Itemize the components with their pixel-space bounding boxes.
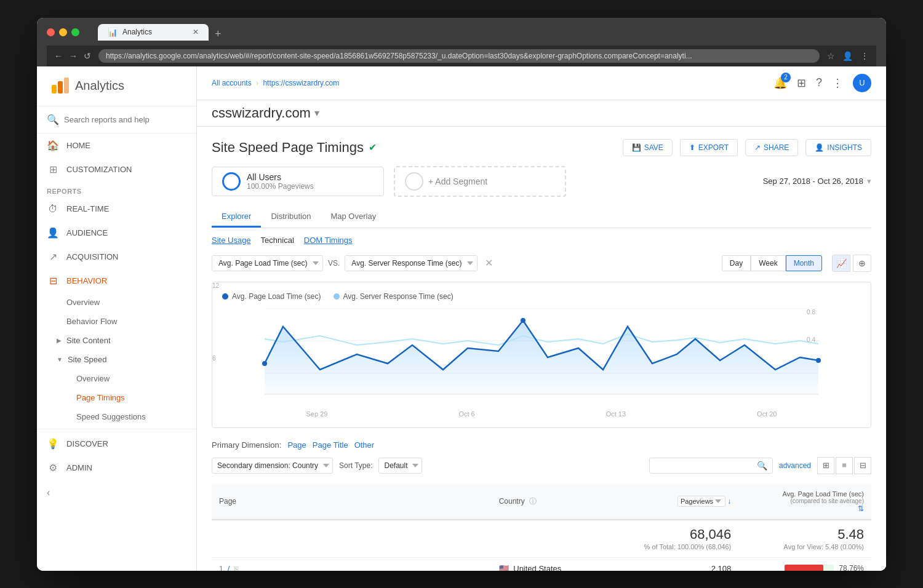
sidebar-sub-overview[interactable]: Overview: [37, 293, 196, 312]
sidebar: Analytics 🔍 🏠 HOME ⊞ CUSTOMIZATION Repor…: [37, 66, 197, 571]
ga-logo-icon: [49, 76, 69, 96]
secondary-dimension-select[interactable]: Secondary dimension: Country: [212, 458, 333, 474]
search-icon: 🔍: [47, 114, 59, 125]
admin-icon: ⚙: [47, 462, 59, 474]
sub-item-label: Page Timings: [76, 393, 125, 402]
sidebar-item-realtime[interactable]: ⏱ REAL-TIME: [37, 197, 196, 221]
tab-favicon-icon: 📊: [108, 28, 118, 37]
user-profile-icon[interactable]: 👤: [842, 51, 853, 61]
month-button[interactable]: Month: [786, 255, 822, 271]
chart-type-buttons: 📈 ⊕: [832, 255, 871, 272]
advanced-link[interactable]: advanced: [779, 461, 811, 470]
active-tab[interactable]: 📊 Analytics ✕: [98, 24, 209, 41]
user-avatar[interactable]: U: [853, 74, 871, 92]
remove-metric-icon[interactable]: ✕: [485, 257, 493, 269]
new-tab-button[interactable]: +: [210, 28, 226, 41]
svg-rect-0: [52, 85, 57, 93]
close-button[interactable]: [47, 28, 55, 36]
traffic-lights: [47, 28, 79, 36]
pageviews-metric-select[interactable]: Pageviews: [677, 496, 725, 507]
dimension-other-link[interactable]: Other: [354, 440, 375, 450]
date-range-selector[interactable]: Sep 27, 2018 - Oct 26, 2018 ▾: [763, 177, 871, 186]
x-label-0: Sep 29: [306, 410, 328, 418]
bar-cell: 78.76%: [738, 557, 871, 571]
sidebar-sub-speed-overview[interactable]: Overview: [37, 369, 196, 388]
save-button[interactable]: 💾 SAVE: [623, 139, 673, 156]
realtime-icon: ⏱: [47, 204, 59, 215]
table-list-view-button[interactable]: ≡: [836, 457, 853, 474]
week-button[interactable]: Week: [751, 255, 785, 271]
sidebar-item-acquisition[interactable]: ↗ ACQUISITION: [37, 245, 196, 269]
export-button[interactable]: ⬆ EXPORT: [680, 139, 738, 156]
more-options-button[interactable]: ⋮: [832, 76, 843, 90]
sort-type-select[interactable]: Default: [378, 458, 422, 474]
tab-map-overlay[interactable]: Map Overlay: [321, 207, 386, 228]
pie-chart-button[interactable]: ⊕: [853, 255, 871, 272]
sidebar-expandable-site-content[interactable]: ▶ Site Content: [37, 331, 196, 350]
tab-close-icon[interactable]: ✕: [193, 28, 199, 36]
sidebar-item-label: ADMIN: [66, 463, 92, 472]
add-segment-circle-icon: [405, 172, 423, 191]
sidebar-item-behavior[interactable]: ⊟ BEHAVIOR: [37, 269, 196, 293]
sort-pageviews-icon[interactable]: ↓: [727, 497, 731, 506]
property-dropdown-icon[interactable]: ▾: [314, 107, 319, 119]
property-bar: csswizardry.com ▾: [197, 100, 886, 127]
table-search-input[interactable]: [655, 461, 753, 470]
breadcrumb-all-accounts[interactable]: All accounts: [212, 79, 252, 87]
secondary-metric-select[interactable]: Avg. Server Response Time (sec): [345, 255, 477, 271]
forward-button[interactable]: →: [69, 51, 78, 61]
sidebar-sub-page-timings[interactable]: Page Timings: [37, 388, 196, 407]
sub-item-label: Overview: [66, 298, 100, 307]
sidebar-item-customization[interactable]: ⊞ CUSTOMIZATION: [37, 157, 196, 181]
sidebar-item-admin[interactable]: ⚙ ADMIN: [37, 456, 196, 480]
report-actions: 💾 SAVE ⬆ EXPORT ↗ SHARE 👤: [623, 139, 871, 156]
sidebar-item-discover[interactable]: 💡 DISCOVER: [37, 432, 196, 456]
chart-svg: 0.8 0.4: [222, 308, 861, 407]
add-segment-button[interactable]: + Add Segment: [394, 166, 566, 197]
table-search-box[interactable]: 🔍: [649, 458, 773, 474]
bookmark-icon[interactable]: ☆: [827, 51, 835, 61]
tab-label: Analytics: [122, 28, 152, 36]
page-link[interactable]: /: [228, 564, 230, 571]
more-options-icon[interactable]: ⋮: [860, 51, 869, 61]
insights-button[interactable]: 👤 INSIGHTS: [805, 139, 871, 156]
browser-controls: 📊 Analytics ✕ +: [47, 24, 876, 41]
table-grid-view-button[interactable]: ⊞: [817, 457, 834, 474]
tab-distribution[interactable]: Distribution: [261, 207, 321, 228]
dimension-page-link[interactable]: Page: [287, 440, 306, 450]
sidebar-item-home[interactable]: 🏠 HOME: [37, 133, 196, 157]
breadcrumb-property-url[interactable]: https://csswizardry.com: [263, 79, 339, 87]
back-button[interactable]: ←: [54, 51, 63, 61]
notifications-button[interactable]: 🔔 2: [773, 76, 787, 90]
sub-tab-site-usage[interactable]: Site Usage: [212, 236, 251, 245]
maximize-button[interactable]: [71, 28, 79, 36]
copy-icon[interactable]: ⎘: [234, 565, 239, 571]
search-input[interactable]: [64, 115, 186, 124]
sidebar-collapse-button[interactable]: ‹: [37, 480, 196, 506]
expand-down-icon: ▼: [57, 356, 63, 363]
share-button[interactable]: ↗ SHARE: [745, 139, 798, 156]
sidebar-search-bar[interactable]: 🔍: [37, 106, 196, 133]
sort-metric-icon[interactable]: ⇅: [858, 504, 864, 513]
tab-explorer[interactable]: Explorer: [212, 207, 261, 228]
help-button[interactable]: ?: [816, 76, 822, 89]
line-chart-button[interactable]: 📈: [832, 255, 850, 272]
minimize-button[interactable]: [59, 28, 67, 36]
dimension-page-title-link[interactable]: Page Title: [313, 440, 348, 450]
svg-text:0.8: 0.8: [807, 309, 815, 316]
url-input[interactable]: [98, 49, 820, 63]
svg-rect-2: [64, 77, 69, 93]
primary-metric-select[interactable]: Avg. Page Load Time (sec): [212, 255, 323, 271]
apps-button[interactable]: ⊞: [797, 76, 806, 90]
sidebar-expandable-site-speed[interactable]: ▼ Site Speed: [37, 350, 196, 369]
sub-tab-dom-timings[interactable]: DOM Timings: [304, 236, 353, 245]
sidebar-sub-speed-suggestions[interactable]: Speed Suggestions: [37, 407, 196, 426]
primary-dimension-bar: Primary Dimension: Page Page Title Other: [212, 440, 871, 450]
table-pivot-view-button[interactable]: ⊟: [854, 457, 871, 474]
refresh-button[interactable]: ↺: [84, 51, 91, 61]
sidebar-sub-behavior-flow[interactable]: Behavior Flow: [37, 312, 196, 331]
sub-tab-technical[interactable]: Technical: [261, 236, 294, 245]
sidebar-item-audience[interactable]: 👤 AUDIENCE: [37, 221, 196, 245]
day-button[interactable]: Day: [722, 255, 751, 271]
col-metric-label: Avg. Page Load Time (sec): [746, 490, 864, 498]
